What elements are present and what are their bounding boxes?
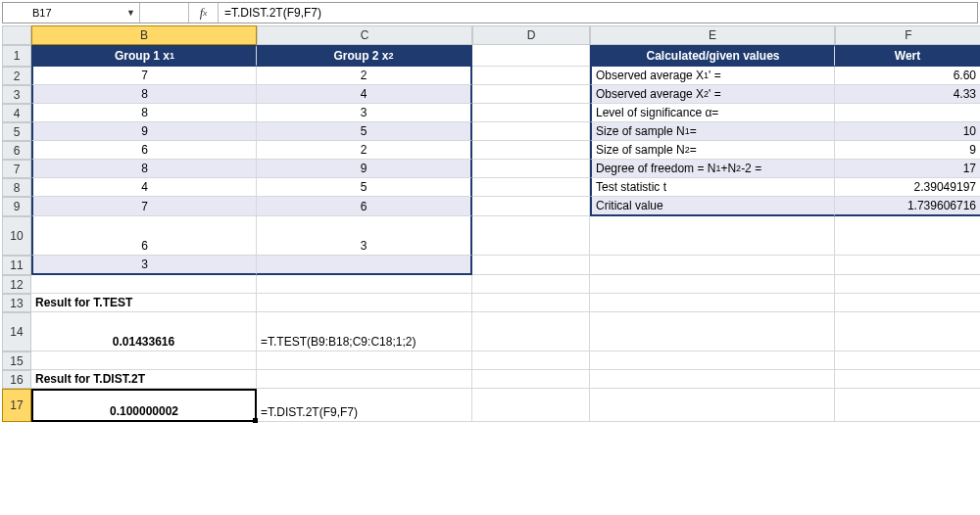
cell-d16[interactable] <box>472 370 590 389</box>
cell-b13[interactable]: Result for T.TEST <box>31 294 257 312</box>
cell-d14[interactable] <box>472 312 590 351</box>
cell-c6[interactable]: 2 <box>257 141 472 160</box>
col-header-b[interactable]: B <box>31 25 257 45</box>
cell-b11[interactable]: 3 <box>31 256 257 275</box>
cell-e5[interactable]: Size of sample N1= <box>590 122 835 141</box>
cell-e7[interactable]: Degree of freedom = N1+N2-2 = <box>590 160 835 178</box>
cell-c17[interactable]: =T.DIST.2T(F9,F7) <box>257 389 472 422</box>
cell-f7[interactable]: 17 <box>835 160 980 178</box>
cell-e6[interactable]: Size of sample N2= <box>590 141 835 160</box>
cell-b3[interactable]: 8 <box>31 85 257 104</box>
cell-f3[interactable]: 4.33 <box>835 85 980 104</box>
cell-f1[interactable]: Wert <box>835 45 980 67</box>
cell-e8[interactable]: Test statistic t <box>590 178 835 197</box>
cell-d1[interactable] <box>472 45 590 67</box>
cell-f6[interactable]: 9 <box>835 141 980 160</box>
cell-f9[interactable]: 1.739606716 <box>835 197 980 216</box>
cell-f10[interactable] <box>835 216 980 256</box>
row-header-6[interactable]: 6 <box>2 141 31 160</box>
cell-b10[interactable]: 6 <box>31 216 257 256</box>
row-header-14[interactable]: 14 <box>2 312 31 351</box>
cell-b12[interactable] <box>31 275 257 294</box>
row-header-12[interactable]: 12 <box>2 275 31 294</box>
fx-icon[interactable]: fx <box>189 3 219 23</box>
cell-f8[interactable]: 2.39049197 <box>835 178 980 197</box>
cell-e3[interactable]: Observed average X2' = <box>590 85 835 104</box>
cell-e17[interactable] <box>590 389 835 422</box>
cell-e16[interactable] <box>590 370 835 389</box>
col-header-e[interactable]: E <box>590 25 835 45</box>
cell-b6[interactable]: 6 <box>31 141 257 160</box>
cell-c3[interactable]: 4 <box>257 85 472 104</box>
cell-f13[interactable] <box>835 294 980 312</box>
cell-c2[interactable]: 2 <box>257 67 472 85</box>
row-header-8[interactable]: 8 <box>2 178 31 197</box>
cell-c16[interactable] <box>257 370 472 389</box>
cell-b5[interactable]: 9 <box>31 122 257 141</box>
cell-d15[interactable] <box>472 351 590 370</box>
cell-d13[interactable] <box>472 294 590 312</box>
cell-f15[interactable] <box>835 351 980 370</box>
name-box[interactable]: B17 ▼ <box>3 3 140 23</box>
cell-b17[interactable]: 0.100000002 <box>31 389 257 422</box>
formula-input[interactable] <box>219 3 977 23</box>
cell-f17[interactable] <box>835 389 980 422</box>
cell-d9[interactable] <box>472 197 590 216</box>
cell-e10[interactable] <box>590 216 835 256</box>
row-header-17[interactable]: 17 <box>2 389 31 422</box>
cell-e4[interactable]: Level of significance α= <box>590 104 835 122</box>
cell-d12[interactable] <box>472 275 590 294</box>
cell-b15[interactable] <box>31 351 257 370</box>
cell-f16[interactable] <box>835 370 980 389</box>
cell-f12[interactable] <box>835 275 980 294</box>
cell-b14[interactable]: 0.01433616 <box>31 312 257 351</box>
cell-e13[interactable] <box>590 294 835 312</box>
row-header-5[interactable]: 5 <box>2 122 31 141</box>
cell-e2[interactable]: Observed average X1' = <box>590 67 835 85</box>
cell-b4[interactable]: 8 <box>31 104 257 122</box>
cell-d3[interactable] <box>472 85 590 104</box>
col-header-d[interactable]: D <box>472 25 590 45</box>
cell-c11[interactable] <box>257 256 472 275</box>
cell-d10[interactable] <box>472 216 590 256</box>
cell-c10[interactable]: 3 <box>257 216 472 256</box>
cell-d5[interactable] <box>472 122 590 141</box>
cell-c7[interactable]: 9 <box>257 160 472 178</box>
cell-b8[interactable]: 4 <box>31 178 257 197</box>
row-header-7[interactable]: 7 <box>2 160 31 178</box>
cell-b16[interactable]: Result for T.DIST.2T <box>31 370 257 389</box>
cell-d8[interactable] <box>472 178 590 197</box>
cell-f11[interactable] <box>835 256 980 275</box>
cell-c12[interactable] <box>257 275 472 294</box>
row-header-2[interactable]: 2 <box>2 67 31 85</box>
cell-c4[interactable]: 3 <box>257 104 472 122</box>
cell-f5[interactable]: 10 <box>835 122 980 141</box>
cell-e12[interactable] <box>590 275 835 294</box>
cell-c1[interactable]: Group 2 x2 <box>257 45 472 67</box>
cell-d11[interactable] <box>472 256 590 275</box>
row-header-10[interactable]: 10 <box>2 216 31 256</box>
cell-d4[interactable] <box>472 104 590 122</box>
row-header-3[interactable]: 3 <box>2 85 31 104</box>
col-header-c[interactable]: C <box>257 25 472 45</box>
col-header-f[interactable]: F <box>835 25 980 45</box>
cell-d7[interactable] <box>472 160 590 178</box>
cell-f14[interactable] <box>835 312 980 351</box>
row-header-15[interactable]: 15 <box>2 351 31 370</box>
row-header-4[interactable]: 4 <box>2 104 31 122</box>
cell-c8[interactable]: 5 <box>257 178 472 197</box>
cell-c14[interactable]: =T.TEST(B9:B18;C9:C18;1;2) <box>257 312 472 351</box>
cell-f2[interactable]: 6.60 <box>835 67 980 85</box>
cell-e14[interactable] <box>590 312 835 351</box>
cell-c9[interactable]: 6 <box>257 197 472 216</box>
cell-e1[interactable]: Calculated/given values <box>590 45 835 67</box>
cell-b1[interactable]: Group 1 x1 <box>31 45 257 67</box>
row-header-16[interactable]: 16 <box>2 370 31 389</box>
row-header-1[interactable]: 1 <box>2 45 31 67</box>
cell-c5[interactable]: 5 <box>257 122 472 141</box>
cell-b9[interactable]: 7 <box>31 197 257 216</box>
cell-b2[interactable]: 7 <box>31 67 257 85</box>
row-header-13[interactable]: 13 <box>2 294 31 312</box>
cell-d6[interactable] <box>472 141 590 160</box>
row-header-11[interactable]: 11 <box>2 256 31 275</box>
